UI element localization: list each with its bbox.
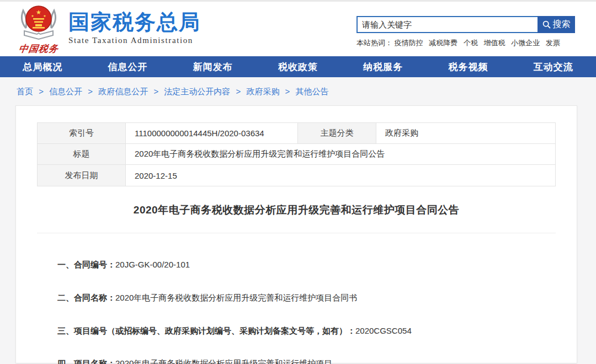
breadcrumb-separator: > [285, 87, 290, 96]
svg-text:★: ★ [36, 9, 41, 15]
hotword-link[interactable]: 发票 [546, 39, 560, 47]
article-card: 索引号 11100000000014445H/2020-03634 主题分类 政… [15, 105, 577, 363]
breadcrumb-link-other-notices[interactable]: 其他公告 [296, 87, 329, 96]
logo-script-text: 中国税务 [14, 42, 62, 55]
nav-item-news[interactable]: 新闻发布 [171, 61, 256, 73]
hotword-link[interactable]: 疫情防控 [395, 39, 423, 47]
project-name-value: 2020年电子商务税收数据分析应用升级完善和运行维护项目 [115, 358, 332, 364]
svg-text:★: ★ [31, 14, 34, 18]
contract-name-value: 2020年电子商务税收数据分析应用升级完善和运行维护项目合同书 [115, 293, 357, 302]
breadcrumb: 首页 > 信息公开 > 政府信息公开 > 法定主动公开内容 > 政府采购 > 其… [0, 77, 596, 105]
main-content-area: 首页 > 信息公开 > 政府信息公开 > 法定主动公开内容 > 政府采购 > 其… [0, 77, 596, 364]
breadcrumb-link-gov-info[interactable]: 政府信息公开 [98, 87, 148, 96]
site-title-block: 国家税务总局 State Taxation Administration [68, 5, 201, 45]
search-button-label: 搜索 [553, 19, 571, 30]
nav-item-tax-video[interactable]: 税务视频 [425, 61, 510, 73]
meta-category-value: 政府采购 [376, 123, 555, 143]
table-row: 发布日期 2020-12-15 [38, 165, 555, 186]
search-row: 搜索 [356, 16, 575, 33]
breadcrumb-link-gov-procurement[interactable]: 政府采购 [246, 87, 279, 96]
breadcrumb-link-info-disclosure[interactable]: 信息公开 [49, 87, 82, 96]
breadcrumb-link-statutory-disclosure[interactable]: 法定主动公开内容 [164, 87, 230, 96]
document-meta-table: 索引号 11100000000014445H/2020-03634 主题分类 政… [37, 122, 556, 186]
contract-name-line: 二、合同名称：2020年电子商务税收数据分析应用升级完善和运行维护项目合同书 [57, 293, 577, 303]
site-header: ★ ★ ★ 中国税务 国家税务总局 State Taxation Adminis… [0, 2, 596, 56]
meta-date-label: 发布日期 [38, 165, 126, 186]
contract-number-value: 20JG-GK-00/20-101 [115, 260, 190, 269]
meta-title-label: 标题 [38, 144, 126, 164]
nav-item-info-disclosure[interactable]: 信息公开 [85, 61, 170, 73]
project-number-value: 2020CGSC054 [355, 326, 412, 335]
project-name-label: 四、项目名称： [57, 358, 115, 364]
breadcrumb-separator: > [153, 87, 158, 96]
search-icon [542, 20, 551, 29]
article-body: 一、合同编号：20JG-GK-00/20-101 二、合同名称：2020年电子商… [57, 260, 577, 364]
nav-item-tax-policy[interactable]: 税收政策 [256, 61, 340, 73]
meta-date-value: 2020-12-15 [126, 165, 555, 186]
contract-name-label: 二、合同名称： [57, 293, 115, 302]
breadcrumb-separator: > [88, 87, 93, 96]
title-divider [37, 233, 556, 233]
hotword-link[interactable]: 小微企业 [511, 39, 540, 47]
project-name-line: 四、项目名称：2020年电子商务税收数据分析应用升级完善和运行维护项目 [57, 358, 577, 364]
contract-number-label: 一、合同编号： [57, 260, 115, 269]
hotwords-row: 本站热词： 疫情防控 减税降费 个税 增值税 小微企业 发票 [356, 38, 575, 48]
search-area: 搜索 本站热词： 疫情防控 减税降费 个税 增值税 小微企业 发票 [356, 16, 575, 48]
nav-item-interaction[interactable]: 互动交流 [511, 61, 596, 73]
meta-index-label: 索引号 [38, 123, 126, 143]
hotword-link[interactable]: 增值税 [484, 39, 505, 47]
page: ★ ★ ★ 中国税务 国家税务总局 State Taxation Adminis… [0, 0, 596, 364]
svg-text:★: ★ [43, 14, 46, 18]
breadcrumb-separator: > [236, 87, 241, 96]
hotword-link[interactable]: 个税 [464, 39, 478, 47]
breadcrumb-separator: > [39, 87, 44, 96]
meta-title-value: 2020年电子商务税收数据分析应用升级完善和运行维护项目合同公告 [126, 144, 555, 164]
table-row: 索引号 11100000000014445H/2020-03634 主题分类 政… [38, 123, 555, 144]
nav-item-tax-service[interactable]: 纳税服务 [340, 61, 425, 73]
hotwords-label: 本站热词： [356, 39, 392, 47]
search-input[interactable] [356, 16, 538, 33]
site-name-english: State Taxation Administration [68, 36, 201, 45]
site-logo[interactable]: ★ ★ ★ 中国税务 国家税务总局 State Taxation Adminis… [15, 5, 201, 55]
main-nav: 总局概况 信息公开 新闻发布 税收政策 纳税服务 税务视频 互动交流 [0, 56, 596, 77]
page-title: 2020年电子商务税收数据分析应用升级完善和运行维护项目合同公告 [16, 203, 577, 217]
breadcrumb-link-home[interactable]: 首页 [17, 87, 33, 96]
table-row: 标题 2020年电子商务税收数据分析应用升级完善和运行维护项目合同公告 [38, 144, 555, 165]
meta-index-value: 11100000000014445H/2020-03634 [126, 123, 298, 143]
nav-item-overview[interactable]: 总局概况 [0, 61, 85, 73]
project-number-line: 三、项目编号（或招标编号、政府采购计划编号、采购计划备案文号等，如有）：2020… [57, 326, 577, 336]
contract-number-line: 一、合同编号：20JG-GK-00/20-101 [57, 260, 577, 270]
meta-category-label: 主题分类 [298, 123, 376, 143]
tax-emblem-icon: ★ ★ ★ [17, 34, 60, 43]
site-name: 国家税务总局 [68, 10, 201, 35]
project-number-label: 三、项目编号（或招标编号、政府采购计划编号、采购计划备案文号等，如有）： [57, 326, 355, 335]
hotword-link[interactable]: 减税降费 [429, 39, 457, 47]
search-button[interactable]: 搜索 [538, 16, 575, 33]
tax-emblem: ★ ★ ★ 中国税务 [15, 5, 62, 55]
